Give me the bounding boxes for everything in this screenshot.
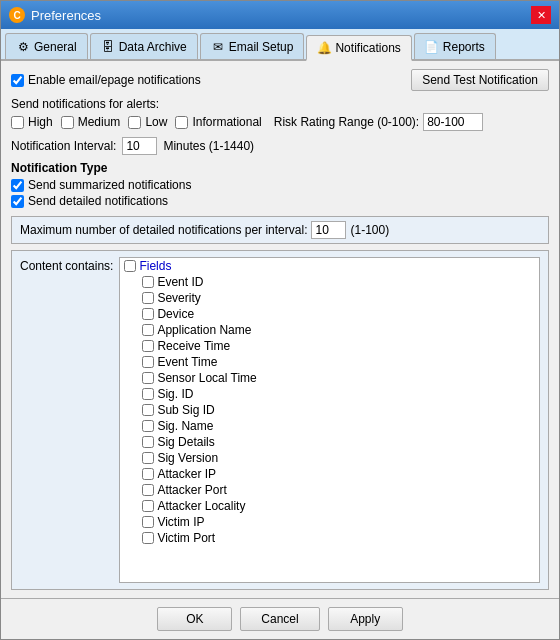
informational-checkbox[interactable] (175, 116, 188, 129)
sig-details-checkbox[interactable] (142, 436, 154, 448)
notification-interval-input[interactable] (122, 137, 157, 155)
tree-root-item[interactable]: Fields (120, 258, 539, 274)
low-checkbox[interactable] (128, 116, 141, 129)
sensor-local-time-checkbox[interactable] (142, 372, 154, 384)
enable-notifications-checkbox[interactable] (11, 74, 24, 87)
sub-sig-id-checkbox[interactable] (142, 404, 154, 416)
receive-time-label: Receive Time (157, 339, 230, 353)
victim-port-checkbox[interactable] (142, 532, 154, 544)
max-notifications-input[interactable] (311, 221, 346, 239)
tab-notifications[interactable]: 🔔 Notifications (306, 35, 411, 61)
close-button[interactable]: ✕ (531, 6, 551, 24)
max-notifications-box: Maximum number of detailed notifications… (11, 216, 549, 244)
notif-icon: 🔔 (317, 41, 331, 55)
notification-interval-label: Notification Interval: (11, 139, 116, 153)
risk-range-input[interactable] (423, 113, 483, 131)
event-time-label: Event Time (157, 355, 217, 369)
notification-type-section: Notification Type Send summarized notifi… (11, 161, 549, 210)
content-tree[interactable]: Fields Event ID Severity Device Applicat… (119, 257, 540, 583)
sig-details-label: Sig Details (157, 435, 214, 449)
informational-checkbox-label[interactable]: Informational (175, 115, 261, 129)
report-icon: 📄 (425, 40, 439, 54)
list-item: Sensor Local Time (120, 370, 539, 386)
send-notifications-row: Send notifications for alerts: High Medi… (11, 97, 549, 131)
event-id-label: Event ID (157, 275, 203, 289)
enable-notifications-label[interactable]: Enable email/epage notifications (11, 73, 201, 87)
tab-reports[interactable]: 📄 Reports (414, 33, 496, 59)
interval-row: Notification Interval: Minutes (1-1440) (11, 137, 549, 155)
low-checkbox-label[interactable]: Low (128, 115, 167, 129)
sig-name-checkbox[interactable] (142, 420, 154, 432)
preferences-window: C Preferences ✕ ⚙ General 🗄 Data Archive… (0, 0, 560, 640)
detailed-notifications-label[interactable]: Send detailed notifications (11, 194, 549, 208)
list-item: Event ID (120, 274, 539, 290)
tab-bar: ⚙ General 🗄 Data Archive ✉ Email Setup 🔔… (1, 29, 559, 61)
archive-icon: 🗄 (101, 40, 115, 54)
medium-checkbox-label[interactable]: Medium (61, 115, 121, 129)
risk-range-label: Risk Rating Range (0-100): (274, 115, 419, 129)
main-content: Enable email/epage notifications Send Te… (1, 61, 559, 598)
device-label: Device (157, 307, 194, 321)
attacker-ip-checkbox[interactable] (142, 468, 154, 480)
sig-id-label: Sig. ID (157, 387, 193, 401)
sig-version-label: Sig Version (157, 451, 218, 465)
summarized-notifications-label[interactable]: Send summarized notifications (11, 178, 549, 192)
list-item: Sig. ID (120, 386, 539, 402)
list-item: Sig. Name (120, 418, 539, 434)
title-bar: C Preferences ✕ (1, 1, 559, 29)
attacker-ip-label: Attacker IP (157, 467, 216, 481)
severity-checkbox[interactable] (142, 292, 154, 304)
sig-id-checkbox[interactable] (142, 388, 154, 400)
content-contains-box: Content contains: Fields Event ID Severi… (11, 250, 549, 590)
bottom-bar: OK Cancel Apply (1, 598, 559, 639)
medium-checkbox[interactable] (61, 116, 74, 129)
list-item: Severity (120, 290, 539, 306)
receive-time-checkbox[interactable] (142, 340, 154, 352)
attacker-locality-checkbox[interactable] (142, 500, 154, 512)
list-item: Application Name (120, 322, 539, 338)
event-time-checkbox[interactable] (142, 356, 154, 368)
list-item: Victim Port (120, 530, 539, 546)
list-item: Receive Time (120, 338, 539, 354)
interval-suffix: Minutes (1-1440) (163, 139, 254, 153)
event-id-checkbox[interactable] (142, 276, 154, 288)
list-item: Sig Version (120, 450, 539, 466)
tab-general[interactable]: ⚙ General (5, 33, 88, 59)
severity-label: Severity (157, 291, 200, 305)
fields-label: Fields (139, 259, 171, 273)
attacker-port-checkbox[interactable] (142, 484, 154, 496)
high-checkbox[interactable] (11, 116, 24, 129)
ok-button[interactable]: OK (157, 607, 232, 631)
max-notifications-label: Maximum number of detailed notifications… (20, 223, 307, 237)
victim-ip-checkbox[interactable] (142, 516, 154, 528)
apply-button[interactable]: Apply (328, 607, 403, 631)
send-test-button[interactable]: Send Test Notification (411, 69, 549, 91)
detailed-notifications-checkbox[interactable] (11, 195, 24, 208)
device-checkbox[interactable] (142, 308, 154, 320)
cancel-button[interactable]: Cancel (240, 607, 319, 631)
sig-version-checkbox[interactable] (142, 452, 154, 464)
application-name-checkbox[interactable] (142, 324, 154, 336)
summarized-notifications-checkbox[interactable] (11, 179, 24, 192)
list-item: Victim IP (120, 514, 539, 530)
list-item: Event Time (120, 354, 539, 370)
list-item: Attacker IP (120, 466, 539, 482)
tab-email-setup[interactable]: ✉ Email Setup (200, 33, 305, 59)
list-item: Device (120, 306, 539, 322)
alert-types-row: High Medium Low Informational Risk Ratin… (11, 113, 549, 131)
notification-type-title: Notification Type (11, 161, 549, 175)
attacker-locality-label: Attacker Locality (157, 499, 245, 513)
content-contains-label: Content contains: (20, 257, 113, 583)
application-name-label: Application Name (157, 323, 251, 337)
sig-name-label: Sig. Name (157, 419, 213, 433)
list-item: Attacker Locality (120, 498, 539, 514)
sub-sig-id-label: Sub Sig ID (157, 403, 214, 417)
top-row: Enable email/epage notifications Send Te… (11, 69, 549, 91)
high-checkbox-label[interactable]: High (11, 115, 53, 129)
sensor-local-time-label: Sensor Local Time (157, 371, 256, 385)
app-icon: C (9, 7, 25, 23)
fields-checkbox[interactable] (124, 260, 136, 272)
attacker-port-label: Attacker Port (157, 483, 226, 497)
tab-data-archive[interactable]: 🗄 Data Archive (90, 33, 198, 59)
email-icon: ✉ (211, 40, 225, 54)
